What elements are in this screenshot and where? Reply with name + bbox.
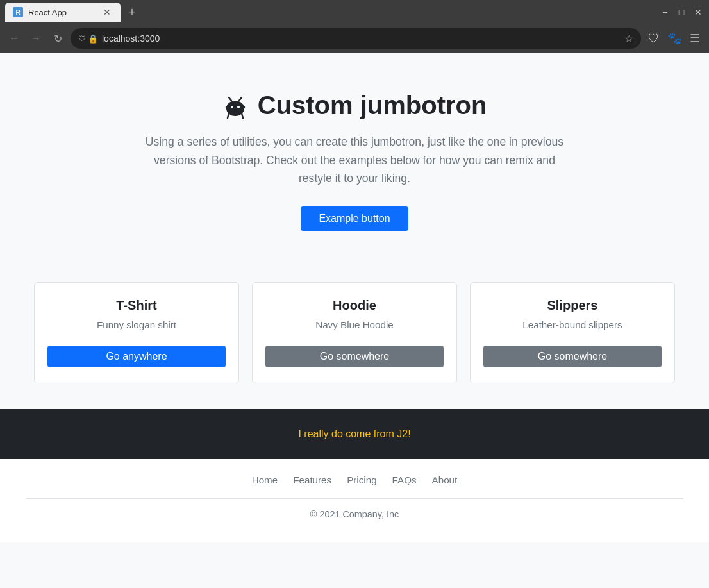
refresh-button[interactable]: ↻ xyxy=(49,29,67,47)
back-button[interactable]: ← xyxy=(5,29,23,47)
card-slippers-title: Slippers xyxy=(483,298,662,313)
browser-tab[interactable]: R React App ✕ xyxy=(5,3,121,22)
card-hoodie-title: Hoodie xyxy=(265,298,444,313)
card-hoodie: Hoodie Navy Blue Hoodie Go somewhere xyxy=(252,282,457,383)
jumbotron-title: Custom jumbotron xyxy=(143,91,566,120)
svg-point-3 xyxy=(231,106,233,108)
card-tshirt-button[interactable]: Go anywhere xyxy=(47,346,226,367)
dark-banner: I really do come from J2! xyxy=(0,409,709,459)
svg-line-0 xyxy=(229,97,231,101)
tab-title: React App xyxy=(28,8,96,17)
footer-link-about[interactable]: About xyxy=(432,475,458,485)
jumbotron-title-text: Custom jumbotron xyxy=(258,91,487,119)
new-tab-button[interactable]: + xyxy=(123,3,141,21)
bookmark-star-icon[interactable]: ☆ xyxy=(624,33,633,45)
maximize-button[interactable]: □ xyxy=(676,6,687,18)
banner-text: I really do come from J2! xyxy=(298,428,410,439)
footer-divider xyxy=(26,498,683,499)
card-slippers-button[interactable]: Go somewhere xyxy=(483,346,662,367)
card-hoodie-subtitle: Navy Blue Hoodie xyxy=(265,319,444,330)
cards-section: T-Shirt Funny slogan shirt Go anywhere H… xyxy=(0,269,709,409)
card-tshirt-subtitle: Funny slogan shirt xyxy=(47,319,226,330)
url-text: localhost:3000 xyxy=(102,33,621,44)
card-tshirt-title: T-Shirt xyxy=(47,298,226,313)
page-content: Custom jumbotron Using a series of utili… xyxy=(0,53,709,542)
card-slippers-subtitle: Leather-bound slippers xyxy=(483,319,662,330)
security-icon: 🛡 🔒 xyxy=(78,34,98,44)
jumbotron-description: Using a series of utilities, you can cre… xyxy=(143,133,566,187)
footer: Home Features Pricing FAQs About © 2021 … xyxy=(0,459,709,542)
browser-menu-button[interactable]: ☰ xyxy=(686,29,704,47)
extensions-icon[interactable]: 🐾 xyxy=(665,29,683,47)
pocket-icon[interactable]: 🛡 xyxy=(645,29,663,47)
tab-close-button[interactable]: ✕ xyxy=(101,6,113,18)
footer-link-home[interactable]: Home xyxy=(252,475,278,485)
card-hoodie-button[interactable]: Go somewhere xyxy=(265,346,444,367)
forward-button[interactable]: → xyxy=(27,29,45,47)
svg-line-5 xyxy=(228,113,229,118)
browser-navbar: ← → ↻ 🛡 🔒 localhost:3000 ☆ 🛡 🐾 ☰ xyxy=(0,24,709,53)
android-icon xyxy=(222,91,258,119)
browser-nav-right: 🛡 🐾 ☰ xyxy=(645,29,704,47)
browser-titlebar: R React App ✕ + − □ ✕ xyxy=(0,0,709,24)
minimize-button[interactable]: − xyxy=(659,6,671,18)
jumbotron: Custom jumbotron Using a series of utili… xyxy=(130,53,579,269)
url-bar[interactable]: 🛡 🔒 localhost:3000 ☆ xyxy=(71,28,641,49)
footer-copyright: © 2021 Company, Inc xyxy=(13,509,696,532)
footer-links: Home Features Pricing FAQs About xyxy=(13,475,696,485)
card-tshirt: T-Shirt Funny slogan shirt Go anywhere xyxy=(34,282,239,383)
svg-point-4 xyxy=(237,106,240,108)
footer-link-faqs[interactable]: FAQs xyxy=(392,475,417,485)
android-svg-icon xyxy=(222,94,248,120)
svg-line-6 xyxy=(242,113,243,118)
card-slippers: Slippers Leather-bound slippers Go somew… xyxy=(470,282,675,383)
browser-chrome: R React App ✕ + − □ ✕ ← → ↻ 🛡 🔒 localhos… xyxy=(0,0,709,53)
window-controls: − □ ✕ xyxy=(659,6,704,18)
tab-favicon: R xyxy=(13,7,23,17)
close-window-button[interactable]: ✕ xyxy=(692,6,704,18)
footer-link-features[interactable]: Features xyxy=(293,475,331,485)
svg-line-1 xyxy=(239,97,242,101)
example-button[interactable]: Example button xyxy=(301,206,408,231)
footer-link-pricing[interactable]: Pricing xyxy=(347,475,376,485)
